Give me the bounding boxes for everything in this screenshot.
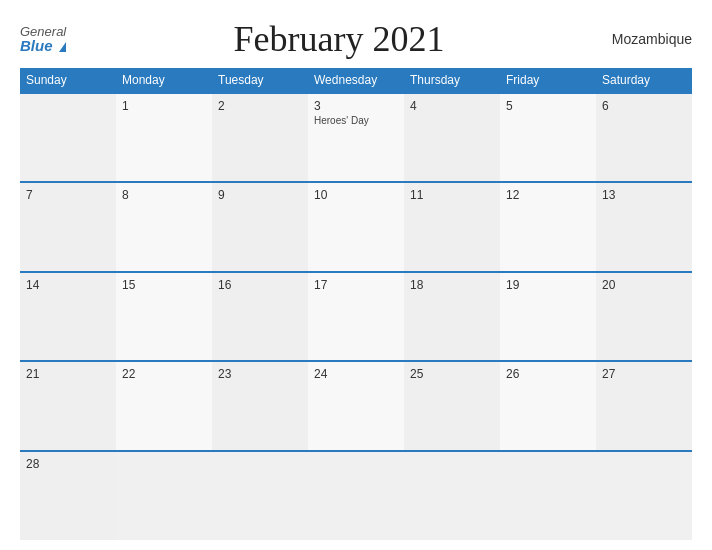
calendar-cell: 8 xyxy=(116,182,212,271)
calendar-cell: 12 xyxy=(500,182,596,271)
day-number: 20 xyxy=(602,278,686,292)
calendar-cell: 10 xyxy=(308,182,404,271)
calendar-cell: 1 xyxy=(116,93,212,182)
day-number: 26 xyxy=(506,367,590,381)
col-friday: Friday xyxy=(500,68,596,93)
day-number: 6 xyxy=(602,99,686,113)
day-number: 28 xyxy=(26,457,110,471)
calendar-week-row: 28 xyxy=(20,451,692,540)
col-thursday: Thursday xyxy=(404,68,500,93)
logo-triangle-icon xyxy=(59,42,66,52)
calendar-cell xyxy=(500,451,596,540)
calendar-cell: 25 xyxy=(404,361,500,450)
day-number: 27 xyxy=(602,367,686,381)
day-number: 9 xyxy=(218,188,302,202)
calendar-cell: 22 xyxy=(116,361,212,450)
day-number: 23 xyxy=(218,367,302,381)
col-sunday: Sunday xyxy=(20,68,116,93)
logo-blue-text: Blue xyxy=(20,38,66,53)
calendar-week-row: 21222324252627 xyxy=(20,361,692,450)
calendar-cell: 9 xyxy=(212,182,308,271)
col-wednesday: Wednesday xyxy=(308,68,404,93)
day-number: 5 xyxy=(506,99,590,113)
calendar-table: Sunday Monday Tuesday Wednesday Thursday… xyxy=(20,68,692,540)
day-number: 18 xyxy=(410,278,494,292)
calendar-cell: 3Heroes' Day xyxy=(308,93,404,182)
calendar-cell xyxy=(20,93,116,182)
calendar-week-row: 14151617181920 xyxy=(20,272,692,361)
day-number: 12 xyxy=(506,188,590,202)
country-label: Mozambique xyxy=(612,31,692,47)
day-number: 25 xyxy=(410,367,494,381)
day-number: 24 xyxy=(314,367,398,381)
calendar-cell: 2 xyxy=(212,93,308,182)
calendar-cell: 6 xyxy=(596,93,692,182)
month-title: February 2021 xyxy=(234,18,445,60)
calendar-cell: 20 xyxy=(596,272,692,361)
calendar-cell: 26 xyxy=(500,361,596,450)
calendar-cell: 15 xyxy=(116,272,212,361)
day-number: 10 xyxy=(314,188,398,202)
day-number: 16 xyxy=(218,278,302,292)
day-number: 7 xyxy=(26,188,110,202)
day-number: 11 xyxy=(410,188,494,202)
day-number: 8 xyxy=(122,188,206,202)
logo: General Blue xyxy=(20,25,66,53)
day-number: 1 xyxy=(122,99,206,113)
calendar-cell: 24 xyxy=(308,361,404,450)
holiday-name: Heroes' Day xyxy=(314,115,398,126)
col-monday: Monday xyxy=(116,68,212,93)
calendar-cell xyxy=(116,451,212,540)
calendar-cell xyxy=(212,451,308,540)
day-number: 14 xyxy=(26,278,110,292)
day-number: 17 xyxy=(314,278,398,292)
calendar-cell: 23 xyxy=(212,361,308,450)
day-number: 4 xyxy=(410,99,494,113)
calendar-cell: 7 xyxy=(20,182,116,271)
calendar-cell xyxy=(404,451,500,540)
calendar-header: General Blue February 2021 Mozambique xyxy=(20,18,692,60)
calendar-cell: 27 xyxy=(596,361,692,450)
calendar-week-row: 78910111213 xyxy=(20,182,692,271)
calendar-cell: 4 xyxy=(404,93,500,182)
calendar-cell: 18 xyxy=(404,272,500,361)
col-saturday: Saturday xyxy=(596,68,692,93)
calendar-cell xyxy=(308,451,404,540)
calendar-cell: 19 xyxy=(500,272,596,361)
calendar-cell: 14 xyxy=(20,272,116,361)
calendar-cell: 16 xyxy=(212,272,308,361)
day-number: 3 xyxy=(314,99,398,113)
calendar-cell: 21 xyxy=(20,361,116,450)
calendar-cell: 28 xyxy=(20,451,116,540)
day-number: 13 xyxy=(602,188,686,202)
col-tuesday: Tuesday xyxy=(212,68,308,93)
day-number: 2 xyxy=(218,99,302,113)
calendar-cell: 17 xyxy=(308,272,404,361)
day-number: 15 xyxy=(122,278,206,292)
calendar-cell: 11 xyxy=(404,182,500,271)
calendar-cell: 13 xyxy=(596,182,692,271)
calendar-cell xyxy=(596,451,692,540)
calendar-header-row: Sunday Monday Tuesday Wednesday Thursday… xyxy=(20,68,692,93)
day-number: 22 xyxy=(122,367,206,381)
calendar-cell: 5 xyxy=(500,93,596,182)
day-number: 21 xyxy=(26,367,110,381)
calendar-week-row: 123Heroes' Day456 xyxy=(20,93,692,182)
day-number: 19 xyxy=(506,278,590,292)
